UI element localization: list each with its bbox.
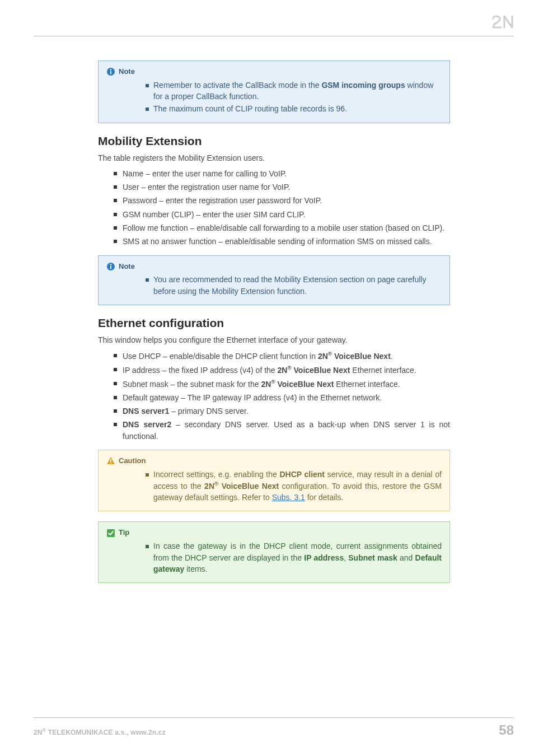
note-item: You are recommended to read the Mobility… xyxy=(146,274,442,297)
tip-title: Tip xyxy=(119,528,129,538)
note-title: Note xyxy=(119,262,135,272)
list-item: Use DHCP – enable/disable the DHCP clien… xyxy=(114,350,450,362)
note-header: Note xyxy=(106,67,442,77)
heading-mobility-extension: Mobility Extension xyxy=(98,134,450,148)
svg-point-1 xyxy=(110,69,112,71)
caution-title: Caution xyxy=(119,456,146,466)
list-item: Default gateway – The IP gateway IP addr… xyxy=(114,392,450,403)
list-item: User – enter the registration user name … xyxy=(114,181,450,193)
brand-logo xyxy=(491,15,514,29)
list-item: DNS server2 – secondary DNS server. Used… xyxy=(114,419,450,442)
svg-rect-2 xyxy=(110,71,111,74)
page-number: 58 xyxy=(499,722,514,738)
tip-item: In case the gateway is in the DHCP clien… xyxy=(146,540,442,575)
footer-brand: 2N® TELEKOMUNIKACE a.s., www.2n.cz xyxy=(34,727,166,736)
list-item: SMS at no answer function – enable/disab… xyxy=(114,236,450,247)
note-header: Note xyxy=(106,262,442,272)
ethernet-list: Use DHCP – enable/disable the DHCP clien… xyxy=(98,350,450,442)
mobility-list: Name – enter the user name for calling t… xyxy=(98,168,450,248)
list-item: IP address – the fixed IP address (v4) o… xyxy=(114,364,450,376)
page-content: Note Remember to activate the CallBack m… xyxy=(98,60,450,593)
list-item: Subnet mask – the subnet mask for the 2N… xyxy=(114,378,450,390)
svg-point-4 xyxy=(110,264,112,265)
svg-rect-7 xyxy=(110,463,111,464)
caution-header: Caution xyxy=(106,456,442,466)
caution-callout: Caution Incorrect settings, e.g. enablin… xyxy=(98,450,450,511)
note-item: The maximum count of CLIP routing table … xyxy=(146,103,442,114)
note-callout-mobility: Note You are recommended to read the Mob… xyxy=(98,255,450,305)
heading-ethernet-configuration: Ethernet configuration xyxy=(98,316,450,330)
subs-link[interactable]: Subs. 3.1 xyxy=(272,493,305,502)
ethernet-intro: This window helps you configure the Ethe… xyxy=(98,335,450,344)
svg-rect-8 xyxy=(107,529,115,537)
header-divider xyxy=(34,36,514,36)
svg-rect-6 xyxy=(110,459,111,462)
footer-divider xyxy=(34,717,514,718)
list-item: Password – enter the registration user p… xyxy=(114,195,450,206)
note-item: Remember to activate the CallBack mode i… xyxy=(146,80,442,102)
tip-header: Tip xyxy=(106,528,442,538)
list-item: GSM number (CLIP) – enter the user SIM c… xyxy=(114,209,450,220)
list-item: DNS server1 – primary DNS server. xyxy=(114,405,450,417)
warning-icon xyxy=(106,456,115,465)
note-callout-callback: Note Remember to activate the CallBack m… xyxy=(98,60,450,123)
caution-item: Incorrect settings, e.g. enabling the DH… xyxy=(146,469,442,503)
svg-rect-5 xyxy=(110,265,111,269)
tip-callout: Tip In case the gateway is in the DHCP c… xyxy=(98,521,450,583)
info-icon xyxy=(106,262,115,271)
note-title: Note xyxy=(119,67,135,77)
info-icon xyxy=(106,67,115,76)
mobility-intro: The table registers the Mobility Extensi… xyxy=(98,153,450,162)
check-icon xyxy=(106,529,115,538)
page-footer: 2N® TELEKOMUNIKACE a.s., www.2n.cz 58 xyxy=(34,717,514,738)
list-item: Follow me function – enable/disable call… xyxy=(114,222,450,234)
list-item: Name – enter the user name for calling t… xyxy=(114,168,450,179)
